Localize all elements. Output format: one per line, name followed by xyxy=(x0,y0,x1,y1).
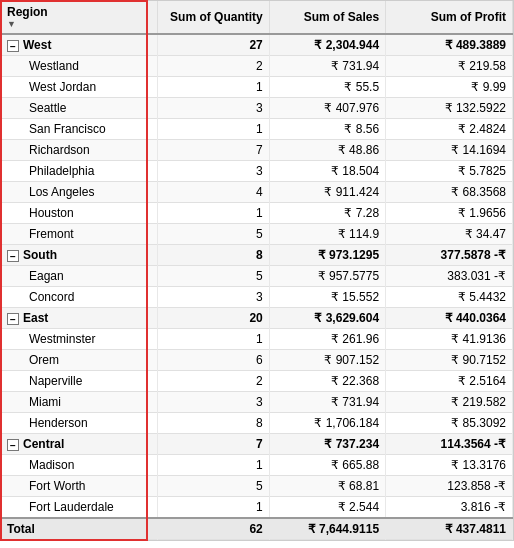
table-row: Philadelphia 3 ₹ 18.504 ₹ 5.7825 xyxy=(1,161,513,182)
city-sales: ₹ 731.94 xyxy=(269,56,385,77)
expand-icon[interactable]: − xyxy=(7,439,19,451)
group-row: −East 20 ₹ 3,629.604 ₹ 440.0364 xyxy=(1,308,513,329)
group-sales: ₹ 3,629.604 xyxy=(269,308,385,329)
city-qty: 4 xyxy=(158,182,270,203)
city-name: Miami xyxy=(1,392,158,413)
group-profit: ₹ 489.3889 xyxy=(386,34,513,56)
city-qty: 1 xyxy=(158,455,270,476)
city-profit: ₹ 90.7152 xyxy=(386,350,513,371)
city-qty: 5 xyxy=(158,266,270,287)
total-sales: ₹ 7,644.9115 xyxy=(269,518,385,540)
city-sales: ₹ 48.86 xyxy=(269,140,385,161)
city-profit: ₹ 9.99 xyxy=(386,77,513,98)
table-row: Westminster 1 ₹ 261.96 ₹ 41.9136 xyxy=(1,329,513,350)
expand-icon[interactable]: − xyxy=(7,250,19,262)
city-sales: ₹ 7.28 xyxy=(269,203,385,224)
city-qty: 3 xyxy=(158,392,270,413)
col-header-quantity: Sum of Quantity xyxy=(158,1,270,34)
city-qty: 2 xyxy=(158,56,270,77)
expand-icon[interactable]: − xyxy=(7,40,19,52)
group-sales: ₹ 737.234 xyxy=(269,434,385,455)
city-name: Fremont xyxy=(1,224,158,245)
city-sales: ₹ 8.56 xyxy=(269,119,385,140)
city-name: Naperville xyxy=(1,371,158,392)
table-row: Fremont 5 ₹ 114.9 ₹ 34.47 xyxy=(1,224,513,245)
city-qty: 3 xyxy=(158,98,270,119)
city-qty: 7 xyxy=(158,140,270,161)
group-profit: 114.3564 -₹ xyxy=(386,434,513,455)
city-sales: ₹ 957.5775 xyxy=(269,266,385,287)
city-sales: ₹ 665.88 xyxy=(269,455,385,476)
group-name: −West xyxy=(1,34,158,56)
city-profit: ₹ 1.9656 xyxy=(386,203,513,224)
city-profit: ₹ 2.5164 xyxy=(386,371,513,392)
table-row: San Francisco 1 ₹ 8.56 ₹ 2.4824 xyxy=(1,119,513,140)
city-name: Seattle xyxy=(1,98,158,119)
city-qty: 1 xyxy=(158,329,270,350)
city-qty: 1 xyxy=(158,203,270,224)
group-profit: ₹ 440.0364 xyxy=(386,308,513,329)
table-row: Naperville 2 ₹ 22.368 ₹ 2.5164 xyxy=(1,371,513,392)
city-profit: ₹ 5.4432 xyxy=(386,287,513,308)
city-sales: ₹ 1,706.184 xyxy=(269,413,385,434)
city-sales: ₹ 261.96 xyxy=(269,329,385,350)
city-name: Los Angeles xyxy=(1,182,158,203)
total-profit: ₹ 437.4811 xyxy=(386,518,513,540)
city-name: Orem xyxy=(1,350,158,371)
city-sales: ₹ 114.9 xyxy=(269,224,385,245)
city-name: Westland xyxy=(1,56,158,77)
city-qty: 1 xyxy=(158,497,270,519)
city-profit: ₹ 14.1694 xyxy=(386,140,513,161)
city-profit: ₹ 5.7825 xyxy=(386,161,513,182)
city-name: Westminster xyxy=(1,329,158,350)
city-qty: 2 xyxy=(158,371,270,392)
group-name: −East xyxy=(1,308,158,329)
group-name: −South xyxy=(1,245,158,266)
city-sales: ₹ 68.81 xyxy=(269,476,385,497)
city-qty: 8 xyxy=(158,413,270,434)
table-row: Madison 1 ₹ 665.88 ₹ 13.3176 xyxy=(1,455,513,476)
group-qty: 27 xyxy=(158,34,270,56)
city-qty: 1 xyxy=(158,119,270,140)
expand-icon[interactable]: − xyxy=(7,313,19,325)
table-row: Seattle 3 ₹ 407.976 ₹ 132.5922 xyxy=(1,98,513,119)
city-name: Richardson xyxy=(1,140,158,161)
city-sales: ₹ 18.504 xyxy=(269,161,385,182)
table-row: Concord 3 ₹ 15.552 ₹ 5.4432 xyxy=(1,287,513,308)
city-sales: ₹ 22.368 xyxy=(269,371,385,392)
col-header-region: Region ▼ xyxy=(1,1,158,34)
city-profit: ₹ 132.5922 xyxy=(386,98,513,119)
city-profit: ₹ 219.58 xyxy=(386,56,513,77)
city-sales: ₹ 731.94 xyxy=(269,392,385,413)
table-row: Fort Worth 5 ₹ 68.81 123.858 -₹ xyxy=(1,476,513,497)
table-row: Los Angeles 4 ₹ 911.424 ₹ 68.3568 xyxy=(1,182,513,203)
group-sales: ₹ 2,304.944 xyxy=(269,34,385,56)
group-profit: 377.5878 -₹ xyxy=(386,245,513,266)
city-name: San Francisco xyxy=(1,119,158,140)
city-name: Eagan xyxy=(1,266,158,287)
table-row: Eagan 5 ₹ 957.5775 383.031 -₹ xyxy=(1,266,513,287)
group-sales: ₹ 973.1295 xyxy=(269,245,385,266)
group-name: −Central xyxy=(1,434,158,455)
table-row: Houston 1 ₹ 7.28 ₹ 1.9656 xyxy=(1,203,513,224)
city-name: Fort Worth xyxy=(1,476,158,497)
city-sales: ₹ 15.552 xyxy=(269,287,385,308)
sort-icon[interactable]: ▼ xyxy=(7,19,151,29)
table-row: Fort Lauderdale 1 ₹ 2.544 3.816 -₹ xyxy=(1,497,513,519)
city-name: Concord xyxy=(1,287,158,308)
group-qty: 7 xyxy=(158,434,270,455)
table-row: Westland 2 ₹ 731.94 ₹ 219.58 xyxy=(1,56,513,77)
city-profit: ₹ 34.47 xyxy=(386,224,513,245)
city-name: Philadelphia xyxy=(1,161,158,182)
city-name: Henderson xyxy=(1,413,158,434)
city-name: Fort Lauderdale xyxy=(1,497,158,519)
city-qty: 5 xyxy=(158,476,270,497)
city-profit: ₹ 219.582 xyxy=(386,392,513,413)
city-qty: 1 xyxy=(158,77,270,98)
table-row: West Jordan 1 ₹ 55.5 ₹ 9.99 xyxy=(1,77,513,98)
city-qty: 3 xyxy=(158,287,270,308)
city-profit: 383.031 -₹ xyxy=(386,266,513,287)
city-qty: 6 xyxy=(158,350,270,371)
city-profit: 123.858 -₹ xyxy=(386,476,513,497)
total-row: Total 62 ₹ 7,644.9115 ₹ 437.4811 xyxy=(1,518,513,540)
